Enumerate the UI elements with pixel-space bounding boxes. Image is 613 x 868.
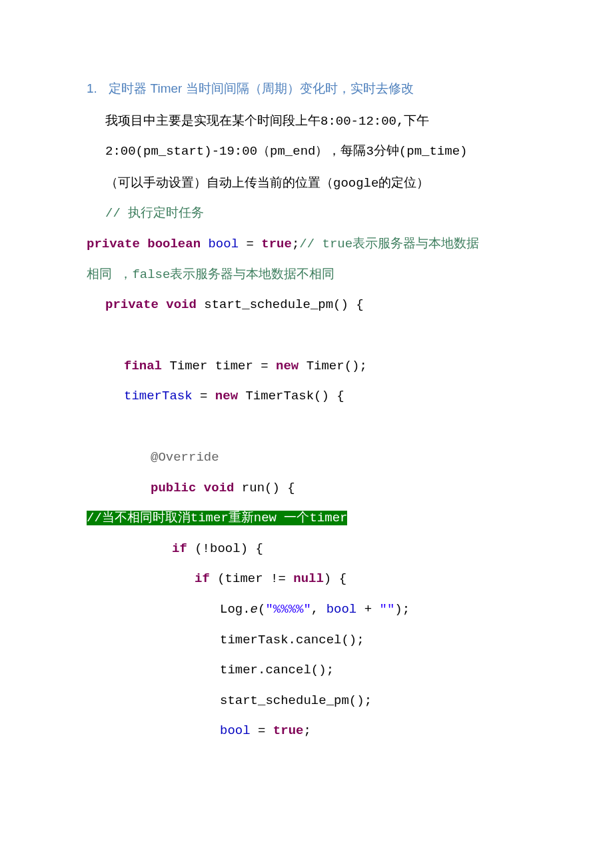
kw-new-1: new	[276, 359, 299, 373]
code-line-if-notbool: if (!bool) {	[87, 534, 526, 565]
highlighted-comment: //当不相同时取消timer重新new 一个timer	[87, 511, 347, 525]
timer-decl-mid: Timer timer =	[162, 359, 276, 373]
semicolon: ;	[292, 237, 299, 251]
literal-true-2: true	[273, 723, 304, 738]
code-line-if-timer: if (timer != null) {	[87, 564, 526, 595]
code-line-fn-decl: private void start_schedule_pm() {	[87, 290, 526, 321]
document-page: 1. 定时器 Timer 当时间间隔（周期）变化时，实时去修改 我项目中主要是实…	[0, 0, 613, 868]
field-bool-lhs: bool	[220, 723, 251, 738]
code-comment-bool-2: 相同 ，false表示服务器与本地数据不相同	[87, 260, 526, 291]
eq: =	[246, 237, 261, 251]
fn-name-start: start_schedule_pm() {	[204, 297, 363, 312]
string-pct: "%%%%"	[265, 602, 310, 617]
cond-notbool: (!bool) {	[187, 541, 263, 556]
code-line-run: public void run() {	[87, 473, 526, 504]
code-annotation-override: @Override	[87, 443, 526, 473]
section-heading: 1. 定时器 Timer 当时间间隔（周期）变化时，实时去修改	[87, 73, 526, 104]
close-paren-brace: ) {	[324, 571, 346, 586]
kw-public: public	[151, 481, 196, 495]
code-line-recurse: start_schedule_pm();	[87, 686, 526, 717]
code-line-highlight-comment: //当不相同时取消timer重新new 一个timer	[87, 503, 526, 534]
intro-line-3-prefix: （可以手动设置）自动上传当前的位置（	[105, 175, 333, 189]
kw-boolean: boolean	[147, 237, 201, 251]
fn-run: run() {	[234, 481, 295, 495]
literal-true: true	[261, 237, 292, 251]
heading-number: 1.	[87, 73, 105, 104]
intro-line-1: 我项目中主要是实现在某个时间段上午8:00-12:00,下午	[87, 105, 526, 137]
intro-line-3: （可以手动设置）自动上传当前的位置（google的定位）	[87, 167, 526, 199]
field-bool: bool	[208, 237, 239, 251]
heading-text-code: Timer	[151, 81, 183, 95]
semicolon-2: ;	[303, 723, 310, 738]
kw-void: void	[166, 297, 197, 312]
bool-eq: =	[251, 723, 273, 738]
intro-line-3-suffix: 的定位）	[378, 175, 429, 189]
eq-2: =	[193, 389, 215, 403]
plus: +	[356, 602, 379, 617]
kw-if-2: if	[195, 571, 210, 586]
code-line-timer-cancel: timer.cancel();	[87, 655, 526, 686]
kw-new-2: new	[215, 389, 238, 403]
string-empty: ""	[379, 602, 394, 617]
code-line-bool-decl: private boolean bool = true;// true表示服务器…	[87, 229, 526, 260]
kw-private-2: private	[105, 297, 159, 312]
code-line-log: Log.e("%%%%", bool + "");	[87, 595, 526, 625]
log-open: (	[258, 602, 265, 617]
intro-line-1-time: 8:00-12:00,	[320, 114, 404, 129]
field-timertask: timerTask	[124, 389, 193, 403]
kw-private: private	[87, 237, 140, 251]
code-comment-bool-1: // true表示服务器与本地数据	[299, 237, 479, 251]
code-line-timer-new: final Timer timer = new Timer();	[87, 351, 526, 382]
code-line-bool-true: bool = true;	[87, 716, 526, 747]
timer-ctor: Timer();	[299, 359, 367, 373]
log-method: e	[251, 602, 258, 617]
code-comment-bool-2a: 相同 ，	[87, 267, 132, 282]
blank-line-2	[87, 412, 526, 443]
cond-timer-ne: (timer !=	[210, 571, 293, 586]
blank-line	[87, 321, 526, 351]
heading-text-prefix: 定时器	[109, 81, 147, 95]
close-call: );	[394, 602, 410, 617]
code-comment-bool-2b: false表示服务器与本地数据不相同	[132, 267, 334, 282]
code-comment-exec: // 执行定时任务	[87, 199, 526, 229]
intro-line-2: 2:00(pm_start)-19:00（pm_end），每隔3分钟(pm_ti…	[87, 137, 526, 167]
kw-if-1: if	[172, 541, 187, 556]
log-class: Log.	[220, 602, 251, 617]
intro-line-1-suffix: 下午	[404, 113, 429, 127]
heading-text-suffix: 当时间间隔（周期）变化时，实时去修改	[186, 81, 414, 95]
literal-null: null	[293, 571, 324, 586]
code-line-timertask: timerTask = new TimerTask() {	[87, 381, 526, 412]
code-line-timertask-cancel: timerTask.cancel();	[87, 625, 526, 656]
kw-final: final	[124, 359, 162, 373]
field-bool-ref: bool	[326, 602, 357, 617]
intro-line-3-google: google	[333, 176, 378, 191]
kw-void-2: void	[204, 481, 235, 495]
timertask-ctor: TimerTask() {	[238, 389, 344, 403]
comma: ,	[311, 602, 326, 617]
intro-line-1-prefix: 我项目中主要是实现在某个时间段上午	[105, 113, 320, 127]
